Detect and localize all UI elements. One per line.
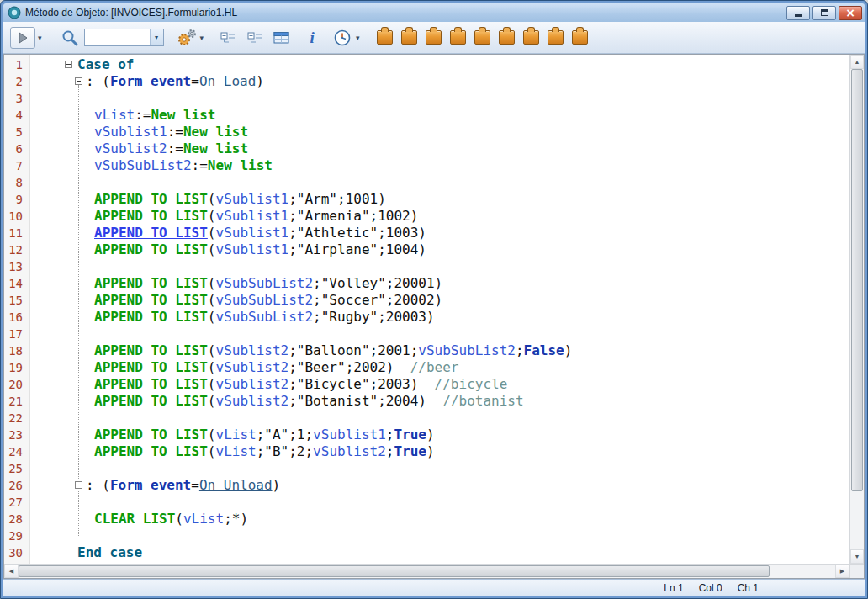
clipboard-icon-7[interactable] (523, 30, 539, 45)
execute-method-button[interactable] (10, 27, 35, 49)
line-number[interactable]: 22 (4, 410, 30, 427)
line-number[interactable]: 10 (4, 208, 30, 225)
search-button[interactable] (59, 27, 81, 49)
line-number[interactable]: 1 (4, 56, 30, 73)
line-number[interactable]: 2 (4, 73, 30, 90)
execute-dropdown-icon[interactable]: ▾ (38, 34, 42, 42)
vertical-scrollbar[interactable]: ▲ ▼ (849, 55, 864, 564)
scroll-right-button[interactable]: ▶ (835, 565, 849, 578)
scheduler-button[interactable] (331, 27, 353, 49)
maximize-button[interactable] (812, 6, 836, 20)
line-number[interactable]: 9 (4, 191, 30, 208)
clipboard-icon-6[interactable] (499, 30, 515, 45)
code-line[interactable]: 6vSublist2:=New list (4, 140, 849, 157)
fold-toggle-icon[interactable] (75, 77, 82, 85)
clipboard-icon-2[interactable] (401, 30, 417, 45)
line-number[interactable]: 14 (4, 275, 30, 292)
macros-button[interactable] (176, 27, 198, 49)
clipboard-icon-8[interactable] (548, 30, 564, 45)
code-line[interactable]: 25 (4, 460, 849, 477)
horizontal-scroll-thumb[interactable] (19, 565, 770, 577)
code-line[interactable]: 7vSubSubList2:=New list (4, 157, 849, 174)
line-number[interactable]: 17 (4, 326, 30, 342)
search-combobox[interactable]: ▾ (84, 29, 164, 46)
fold-toggle-icon[interactable] (75, 481, 82, 489)
line-number[interactable]: 6 (4, 140, 30, 157)
line-number[interactable]: 4 (4, 107, 30, 124)
code-line[interactable]: 1Case of (4, 56, 849, 73)
line-number[interactable]: 29 (4, 527, 30, 544)
line-number[interactable]: 19 (4, 359, 30, 376)
fold-toggle-icon[interactable] (65, 61, 72, 68)
line-number[interactable]: 21 (4, 393, 30, 410)
line-number[interactable]: 11 (4, 225, 30, 241)
line-number[interactable]: 5 (4, 124, 30, 140)
form-window-button[interactable] (271, 27, 293, 49)
code-line[interactable]: 5vSublist1:=New list (4, 124, 849, 140)
code-line[interactable]: 28CLEAR LIST(vList;*) (4, 511, 849, 527)
code-token: ) (273, 477, 281, 493)
code-line[interactable]: 17 (4, 326, 849, 342)
scroll-left-button[interactable]: ◀ (4, 565, 19, 578)
scheduler-dropdown-icon[interactable]: ▾ (356, 34, 360, 42)
code-line[interactable]: 4vList:=New list (4, 107, 849, 124)
clipboard-icon-1[interactable] (377, 30, 393, 45)
code-line[interactable]: 21APPEND TO LIST(vSublist2;"Botanist";20… (4, 393, 849, 410)
line-number[interactable]: 13 (4, 258, 30, 275)
code-line[interactable]: 29 (4, 527, 849, 544)
code-line[interactable]: 2: (Form event=On Load) (4, 73, 849, 90)
code-line[interactable]: 11APPEND TO LIST(vSublist1;"Athletic";10… (4, 225, 849, 241)
method-info-button[interactable]: i (301, 27, 323, 49)
expand-all-button[interactable] (244, 27, 266, 49)
line-number[interactable]: 23 (4, 427, 30, 443)
line-number[interactable]: 26 (4, 477, 30, 494)
line-number[interactable]: 18 (4, 342, 30, 359)
line-number[interactable]: 3 (4, 90, 30, 107)
clipboard-icon-9[interactable] (572, 30, 588, 45)
horizontal-scroll-track[interactable] (19, 565, 835, 578)
scroll-up-button[interactable]: ▲ (850, 55, 864, 69)
close-button[interactable]: × (839, 6, 862, 20)
code-line[interactable]: 16APPEND TO LIST(vSubSubList2;"Rugby";20… (4, 309, 849, 326)
macros-dropdown-icon[interactable]: ▾ (200, 34, 204, 42)
line-number[interactable]: 15 (4, 292, 30, 309)
code-line[interactable]: 12APPEND TO LIST(vSublist1;"Airplane";10… (4, 241, 849, 258)
scroll-down-button[interactable]: ▼ (850, 549, 864, 564)
combobox-dropdown-icon[interactable]: ▾ (150, 29, 163, 45)
clipboard-icon-5[interactable] (474, 30, 490, 45)
code-line[interactable]: 19APPEND TO LIST(vSublist2;"Beer";2002) … (4, 359, 849, 376)
line-number[interactable]: 27 (4, 494, 30, 511)
code-line[interactable]: 3 (4, 90, 849, 107)
horizontal-scrollbar[interactable]: ◀ ▶ (4, 565, 849, 578)
clipboard-icon-3[interactable] (426, 30, 442, 45)
vertical-scroll-track[interactable] (850, 69, 864, 549)
code-line[interactable]: 9APPEND TO LIST(vSublist1;"Arm";1001) (4, 191, 849, 208)
code-line[interactable]: 14APPEND TO LIST(vSubSubList2;"Volley";2… (4, 275, 849, 292)
code-line[interactable]: 20APPEND TO LIST(vSublist2;"Bicycle";200… (4, 376, 849, 393)
line-number[interactable]: 28 (4, 511, 30, 527)
line-number[interactable]: 24 (4, 443, 30, 460)
line-number[interactable]: 25 (4, 460, 30, 477)
code-line[interactable]: 27 (4, 494, 849, 511)
line-number[interactable]: 8 (4, 174, 30, 191)
minimize-button[interactable] (786, 6, 810, 20)
code-editor[interactable]: 1Case of2: (Form event=On Load)34vList:=… (4, 55, 849, 564)
code-line[interactable]: 24APPEND TO LIST(vList;"B";2;vSublist2;T… (4, 443, 849, 460)
line-number[interactable]: 16 (4, 309, 30, 326)
code-line[interactable]: 8 (4, 174, 849, 191)
vertical-scroll-thumb[interactable] (851, 69, 863, 491)
line-number[interactable]: 7 (4, 157, 30, 174)
code-line[interactable]: 15APPEND TO LIST(vSubSubList2;"Soccer";2… (4, 292, 849, 309)
clipboard-icon-4[interactable] (450, 30, 466, 45)
code-line[interactable]: 30End case (4, 544, 849, 561)
collapse-all-button[interactable] (217, 27, 239, 49)
code-line[interactable]: 26: (Form event=On Unload) (4, 477, 849, 494)
line-number[interactable]: 30 (4, 544, 30, 561)
code-line[interactable]: 23APPEND TO LIST(vList;"A";1;vSublist1;T… (4, 427, 849, 443)
line-number[interactable]: 20 (4, 376, 30, 393)
code-line[interactable]: 10APPEND TO LIST(vSublist1;"Armenia";100… (4, 208, 849, 225)
code-line[interactable]: 22 (4, 410, 849, 427)
code-line[interactable]: 13 (4, 258, 849, 275)
line-number[interactable]: 12 (4, 241, 30, 258)
code-line[interactable]: 18APPEND TO LIST(vSublist2;"Balloon";200… (4, 342, 849, 359)
